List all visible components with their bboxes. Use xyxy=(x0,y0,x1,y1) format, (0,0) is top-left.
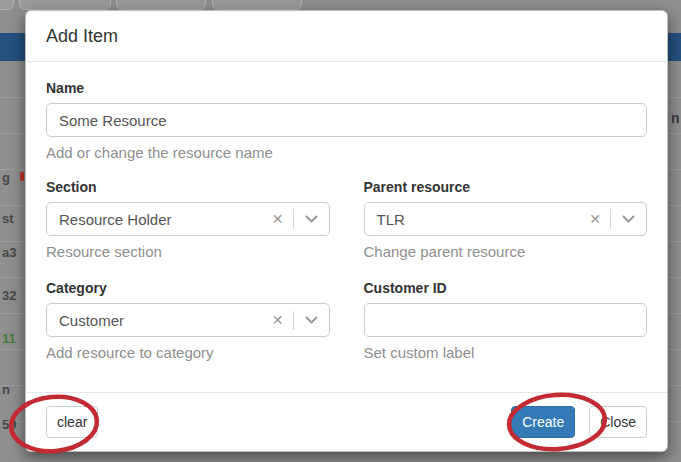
background-button xyxy=(19,0,111,10)
section-help-text: Resource section xyxy=(46,243,330,260)
background-button xyxy=(0,0,14,10)
background-text-fragment: 11 xyxy=(2,331,16,346)
category-help-text: Add resource to category xyxy=(46,344,330,361)
background-text-fragment: n xyxy=(2,382,10,397)
modal-header: Add Item xyxy=(26,11,667,62)
category-customer-row: Category Customer ✕ Add resource to cate… xyxy=(46,280,647,361)
parent-resource-select[interactable]: TLR ✕ xyxy=(364,202,648,236)
clear-button[interactable]: clear xyxy=(46,406,98,438)
clear-x-icon[interactable]: ✕ xyxy=(580,212,610,226)
create-button[interactable]: Create xyxy=(511,406,575,438)
name-label: Name xyxy=(46,80,647,96)
category-select[interactable]: Customer ✕ xyxy=(46,303,330,337)
section-select-value: Resource Holder xyxy=(47,211,263,228)
name-input[interactable] xyxy=(46,103,647,137)
customer-id-form-group: Customer ID Set custom label xyxy=(364,280,648,361)
customer-id-label: Customer ID xyxy=(364,280,648,296)
background-text-fragment: 59 xyxy=(2,417,16,432)
section-label: Section xyxy=(46,179,330,195)
chevron-down-icon[interactable] xyxy=(294,215,329,223)
close-button[interactable]: Close xyxy=(589,406,647,438)
background-text-fragment: g xyxy=(2,170,10,185)
chevron-down-icon[interactable] xyxy=(294,316,329,324)
chevron-down-icon[interactable] xyxy=(611,215,646,223)
background-button xyxy=(212,0,302,10)
add-item-modal: Add Item Name Add or change the resource… xyxy=(25,10,668,452)
background-text-fragment: 32 xyxy=(2,288,16,303)
customer-id-help-text: Set custom label xyxy=(364,344,648,361)
parent-resource-help-text: Change parent resource xyxy=(364,243,648,260)
section-parent-row: Section Resource Holder ✕ Resource secti… xyxy=(46,179,647,260)
customer-id-input[interactable] xyxy=(364,303,648,337)
parent-resource-select-value: TLR xyxy=(365,211,581,228)
clear-x-icon[interactable]: ✕ xyxy=(263,313,293,327)
name-form-group: Name Add or change the resource name xyxy=(46,80,647,161)
background-red-mark xyxy=(20,172,24,181)
modal-footer: clear Create Close xyxy=(26,392,667,451)
modal-title: Add Item xyxy=(46,25,647,47)
parent-resource-form-group: Parent resource TLR ✕ Change parent reso… xyxy=(364,179,648,260)
category-label: Category xyxy=(46,280,330,296)
category-select-value: Customer xyxy=(47,312,263,329)
background-text-fragment: st xyxy=(2,211,14,226)
screen: g st a3 32 11 n 59 n Add Item Name Add o… xyxy=(0,0,681,462)
section-select[interactable]: Resource Holder ✕ xyxy=(46,202,330,236)
modal-body: Name Add or change the resource name Sec… xyxy=(26,62,667,361)
clear-x-icon[interactable]: ✕ xyxy=(263,212,293,226)
background-button xyxy=(116,0,206,10)
background-text-fragment: n xyxy=(671,110,680,126)
parent-resource-label: Parent resource xyxy=(364,179,648,195)
category-form-group: Category Customer ✕ Add resource to cate… xyxy=(46,280,330,361)
background-text-fragment: a3 xyxy=(2,245,16,260)
section-form-group: Section Resource Holder ✕ Resource secti… xyxy=(46,179,330,260)
name-help-text: Add or change the resource name xyxy=(46,144,647,161)
